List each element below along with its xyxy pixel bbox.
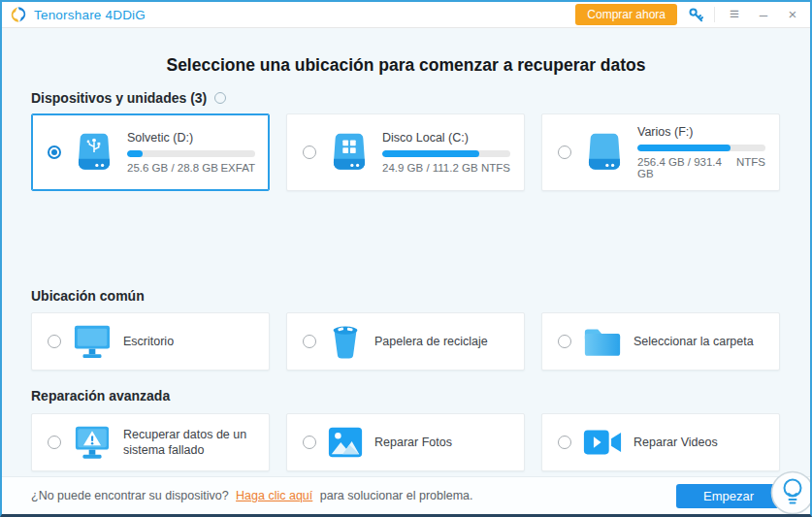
- radio-repair-videos[interactable]: [558, 436, 571, 449]
- close-icon[interactable]: ×: [783, 5, 802, 24]
- main-content: Seleccione una ubicación para comenzar a…: [2, 28, 810, 476]
- common-section-label: Ubicación común: [31, 288, 145, 304]
- radio-repair-photos[interactable]: [303, 436, 316, 449]
- advanced-section-title: Reparación avanzada: [31, 388, 170, 404]
- radio-recycle-bin[interactable]: [303, 335, 316, 348]
- location-card-recycle-bin[interactable]: Papelera de reciclaje: [286, 312, 525, 371]
- drive-usage: 25.6 GB / 28.8 GB: [127, 162, 218, 174]
- drive-card-c[interactable]: Disco Local (C:) 24.9 GB / 111.2 GB NTFS: [286, 113, 525, 191]
- repair-card-crashed-system[interactable]: Recuperar datos de un sistema fallado: [31, 413, 270, 471]
- drive-card-d[interactable]: Solvetic (D:) 25.6 GB / 28.8 GB EXFAT: [31, 113, 270, 191]
- minimize-icon[interactable]: –: [754, 5, 773, 24]
- footer: ¿No puede encontrar su dispositivo? Haga…: [2, 476, 810, 514]
- video-icon: [582, 426, 623, 459]
- footer-help-text: ¿No puede encontrar su dispositivo? Haga…: [31, 489, 473, 502]
- drives-section-title: Dispositivos y unidades (3): [31, 90, 226, 106]
- photo-icon: [327, 424, 364, 461]
- location-card-desktop[interactable]: Escritorio: [31, 312, 270, 371]
- radio-select-folder[interactable]: [558, 335, 571, 348]
- repair-card-videos[interactable]: Reparar Videos: [541, 413, 780, 471]
- drive-filesystem: NTFS: [736, 156, 765, 179]
- desktop-icon: [72, 323, 113, 360]
- advanced-section-label: Reparación avanzada: [31, 388, 170, 404]
- refresh-icon[interactable]: [214, 92, 226, 104]
- radio-drive-d[interactable]: [48, 145, 61, 159]
- app-window: Tenorshare 4DDiG Comprar ahora ≡ – × Sel…: [0, 0, 812, 517]
- drive-name: Solvetic (D:): [127, 131, 255, 145]
- crashed-system-icon: [72, 424, 113, 461]
- footer-question: ¿No puede encontrar su dispositivo?: [31, 489, 229, 502]
- drive-card-f[interactable]: Varios (F:) 256.4 GB / 931.4 GB NTFS: [541, 113, 780, 191]
- titlebar: Tenorshare 4DDiG Comprar ahora ≡ – ×: [2, 2, 810, 28]
- advanced-row: Recuperar datos de un sistema fallado Re…: [31, 413, 780, 471]
- radio-drive-c[interactable]: [303, 145, 316, 159]
- location-label: Escritorio: [123, 334, 174, 349]
- repair-card-photos[interactable]: Reparar Fotos: [286, 413, 525, 471]
- drive-usage: 256.4 GB / 931.4 GB: [637, 156, 736, 179]
- drives-row: Solvetic (D:) 25.6 GB / 28.8 GB EXFAT: [31, 113, 780, 191]
- drive-filesystem: NTFS: [481, 162, 510, 174]
- usage-bar: [382, 150, 510, 157]
- drive-usage: 24.9 GB / 111.2 GB: [382, 162, 478, 174]
- license-key-icon[interactable]: [687, 6, 704, 23]
- repair-label: Reparar Videos: [633, 435, 718, 450]
- footer-suffix: para solucionar el problema.: [320, 489, 473, 502]
- usage-bar: [127, 150, 255, 157]
- folder-icon: [582, 324, 623, 359]
- start-button[interactable]: Empezar: [676, 484, 781, 508]
- lightbulb-help-icon[interactable]: [769, 468, 812, 517]
- repair-label: Recuperar datos de un sistema fallado: [123, 427, 255, 459]
- page-title: Seleccione una ubicación para comenzar a…: [2, 55, 810, 76]
- drives-section-label: Dispositivos y unidades (3): [31, 90, 207, 106]
- menu-icon[interactable]: ≡: [725, 5, 744, 24]
- hard-drive-icon: [582, 131, 627, 174]
- radio-desktop[interactable]: [48, 335, 61, 348]
- radio-crashed-system[interactable]: [48, 436, 61, 449]
- app-title: Tenorshare 4DDiG: [34, 8, 146, 22]
- app-logo-icon: [10, 6, 27, 23]
- drive-name: Varios (F:): [637, 125, 765, 139]
- radio-drive-f[interactable]: [558, 145, 571, 159]
- usage-bar-fill: [637, 145, 731, 151]
- windows-drive-icon: [327, 131, 372, 174]
- common-section-title: Ubicación común: [31, 288, 145, 304]
- usb-drive-icon: [72, 131, 116, 174]
- location-label: Papelera de reciclaje: [374, 334, 488, 349]
- location-label: Seleccionar la carpeta: [633, 334, 754, 349]
- common-row: Escritorio Papelera de reciclaje: [31, 312, 780, 371]
- repair-label: Reparar Fotos: [374, 435, 452, 450]
- usage-bar-fill: [127, 150, 143, 157]
- help-link[interactable]: Haga clic aquí: [236, 489, 312, 502]
- buy-now-button[interactable]: Comprar ahora: [575, 4, 677, 25]
- usage-bar-fill: [382, 150, 479, 157]
- usage-bar: [637, 145, 765, 151]
- drive-filesystem: EXFAT: [220, 162, 255, 174]
- location-card-select-folder[interactable]: Seleccionar la carpeta: [541, 312, 780, 371]
- recycle-bin-icon: [327, 323, 364, 360]
- titlebar-divider: [714, 7, 715, 22]
- drive-name: Disco Local (C:): [382, 131, 510, 145]
